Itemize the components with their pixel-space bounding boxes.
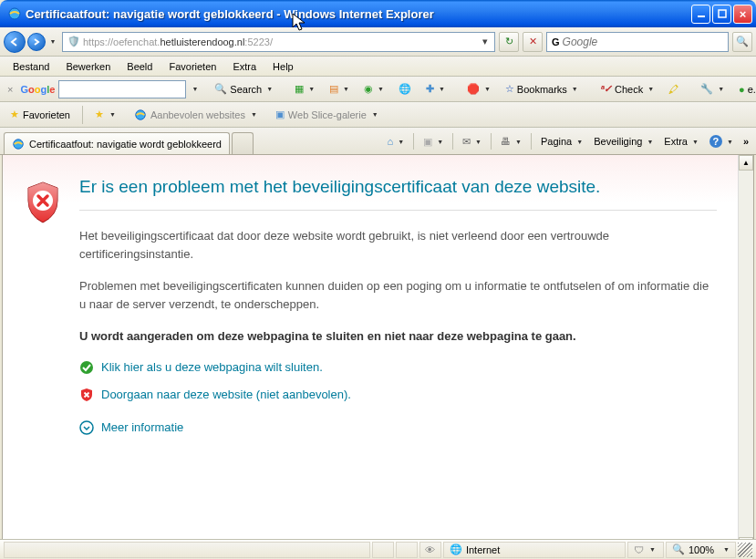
- wrench-icon: 🔧: [700, 83, 713, 95]
- toolbar-overflow-button[interactable]: »: [740, 136, 752, 147]
- google-search-input[interactable]: [58, 80, 186, 98]
- gbar-autofill-button[interactable]: ✚▼: [420, 79, 450, 99]
- minimize-button[interactable]: [691, 5, 710, 24]
- ie-icon: [134, 109, 147, 121]
- tools-menu[interactable]: Extra▼: [659, 131, 703, 151]
- scroll-up-button[interactable]: ▲: [739, 155, 753, 171]
- favorites-bar: ★Favorieten ★▼ Aanbevolen websites▼ ▣Web…: [0, 102, 756, 128]
- forward-button[interactable]: [27, 33, 46, 51]
- menu-favorites[interactable]: Favorieten: [161, 58, 223, 75]
- new-tab-button[interactable]: [232, 132, 254, 154]
- zoom-pane[interactable]: 🔍100%▼: [666, 542, 736, 558]
- menu-view[interactable]: Beeld: [119, 58, 160, 75]
- svg-point-7: [80, 421, 93, 434]
- stop-button[interactable]: ✕: [523, 32, 543, 52]
- search-input[interactable]: [563, 36, 726, 48]
- toolbar-close-button[interactable]: ×: [4, 84, 16, 95]
- tab-bar: Certificaatfout: navigatie wordt geblokk…: [0, 128, 756, 155]
- menu-extra[interactable]: Extra: [225, 58, 264, 75]
- share-icon: ▦: [295, 83, 304, 95]
- shield-error-icon: [25, 181, 61, 224]
- star-icon: ★: [10, 109, 19, 120]
- gbar-globe-button[interactable]: 🌐: [393, 79, 417, 99]
- feeds-button[interactable]: ▣▼: [419, 131, 448, 151]
- more-icon: ◉: [364, 83, 373, 95]
- check-icon: ᵃ✓: [600, 83, 612, 95]
- protected-mode-pane[interactable]: 🛡▼: [627, 542, 664, 558]
- divider: [79, 210, 717, 211]
- help-button[interactable]: ?▼: [705, 131, 738, 151]
- search-box[interactable]: G: [546, 32, 729, 52]
- vertical-scrollbar[interactable]: ▲ ▼: [738, 155, 753, 553]
- web-slice-button[interactable]: ▣Web Slice-galerie▼: [269, 105, 385, 124]
- menu-help[interactable]: Help: [265, 58, 301, 75]
- status-privacy-pane[interactable]: 👁: [419, 542, 441, 558]
- google-search-dropdown[interactable]: ▼: [192, 86, 198, 92]
- globe-icon: 🌐: [399, 83, 411, 95]
- eye-icon: 👁: [425, 544, 435, 555]
- popup-icon: 🛑: [467, 83, 480, 95]
- slice-icon: ▣: [275, 109, 285, 120]
- more-info-link[interactable]: Meer informatie: [79, 420, 717, 435]
- gbar-more-button[interactable]: ◉▼: [358, 79, 389, 99]
- refresh-button[interactable]: ↻: [499, 32, 519, 52]
- page-menu[interactable]: Pagina▼: [536, 131, 587, 151]
- mail-icon: ✉: [462, 136, 471, 148]
- address-dropdown[interactable]: ▾: [478, 36, 492, 47]
- address-bar[interactable]: 🛡️ https://oefenchat.hetluisterendoog.nl…: [62, 32, 495, 52]
- maximize-button[interactable]: [712, 5, 731, 24]
- plus-icon: ✚: [426, 83, 434, 95]
- menu-edit[interactable]: Bewerken: [58, 58, 118, 75]
- error-text-2: Problemen met beveiligingscertificaten k…: [79, 277, 717, 313]
- error-text-1: Het beveiligingscertificaat dat door dez…: [79, 227, 717, 263]
- expand-icon: [79, 420, 94, 435]
- google-logo: Google: [20, 82, 55, 97]
- google-icon: G: [552, 36, 560, 47]
- mail-button[interactable]: ✉▼: [458, 131, 486, 151]
- check-shield-icon: [79, 360, 94, 375]
- cert-error-icon: 🛡️: [67, 36, 80, 47]
- menu-bar: Bestand Bewerken Beeld Favorieten Extra …: [0, 57, 756, 77]
- suggested-sites-button[interactable]: Aanbevolen websites▼: [128, 105, 264, 125]
- security-zone-pane[interactable]: 🌐Internet: [443, 542, 626, 558]
- search-go-button[interactable]: 🔍: [732, 32, 752, 52]
- gbar-user-button[interactable]: ●e.herz...▼: [733, 79, 756, 99]
- gbar-news-button[interactable]: ▤▼: [324, 79, 355, 99]
- gbar-check-button[interactable]: ᵃ✓Check▼: [595, 79, 659, 99]
- resize-grip[interactable]: [738, 543, 752, 557]
- status-popup-pane[interactable]: [372, 542, 394, 558]
- nav-history-dropdown[interactable]: ▼: [46, 34, 58, 50]
- menu-file[interactable]: Bestand: [5, 58, 57, 75]
- gbar-settings-button[interactable]: 🔧▼: [695, 79, 730, 99]
- home-icon: ⌂: [388, 136, 394, 147]
- security-menu[interactable]: Beveiliging▼: [589, 131, 658, 151]
- shield-off-icon: 🛡: [634, 544, 644, 555]
- navigation-bar: ▼ 🛡️ https://oefenchat.hetluisterendoog.…: [0, 27, 756, 57]
- print-icon: 🖶: [501, 136, 511, 147]
- svg-rect-1: [698, 16, 705, 17]
- highlight-icon: 🖍: [668, 84, 678, 95]
- gbar-share-button[interactable]: ▦▼: [289, 79, 320, 99]
- gbar-popup-button[interactable]: 🛑▼: [461, 79, 496, 99]
- google-search-button[interactable]: 🔍Search▼: [209, 79, 278, 99]
- gbar-bookmarks-button[interactable]: ☆Bookmarks▼: [500, 79, 584, 99]
- error-heading: Er is een probleem met het beveiligingsc…: [79, 177, 717, 197]
- favorites-button[interactable]: ★Favorieten: [4, 105, 77, 124]
- status-phishing-pane[interactable]: [396, 542, 418, 558]
- star-add-icon: ★: [95, 109, 104, 120]
- content-area: Er is een probleem met het beveiligingsc…: [2, 155, 754, 554]
- close-page-link[interactable]: Klik hier als u deze webpagina wilt slui…: [79, 360, 717, 375]
- status-bar: 👁 🌐Internet 🛡▼ 🔍100%▼: [0, 539, 756, 559]
- warning-shield-icon: [79, 388, 94, 402]
- error-recommendation: U wordt aangeraden om deze webpagina te …: [79, 327, 717, 346]
- close-button[interactable]: ×: [733, 5, 752, 24]
- print-button[interactable]: 🖶▼: [496, 131, 526, 151]
- url-text[interactable]: https://oefenchat.hetluisterendoog.nl:52…: [83, 36, 478, 48]
- continue-link[interactable]: Doorgaan naar deze website (niet aanbevo…: [79, 388, 717, 402]
- search-icon: 🔍: [214, 83, 227, 95]
- add-favorite-button[interactable]: ★▼: [88, 105, 122, 124]
- back-button[interactable]: [4, 31, 26, 53]
- gbar-highlight-button[interactable]: 🖍: [663, 79, 684, 99]
- tab-active[interactable]: Certificaatfout: navigatie wordt geblokk…: [4, 132, 230, 154]
- home-button[interactable]: ⌂▼: [383, 131, 409, 151]
